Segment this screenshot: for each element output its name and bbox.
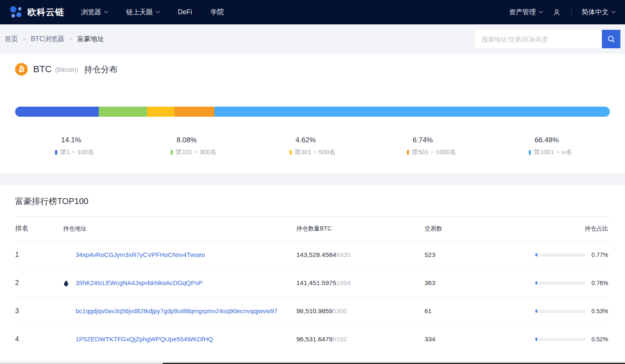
navbar-divider [571,8,572,16]
holdings-distribution-card: ₿ BTC (Bitcoin) 持仓分布 14.1% 第1 ~ 100名 8.0… [0,54,625,173]
share-progress-bar [535,281,585,285]
logo-text: 欧科云链 [27,6,64,18]
legend-item: 8.08% 第101 ~ 300名 [134,136,253,156]
col-header-share: 持仓占比 [535,217,608,240]
share-cell: 0.53% [535,299,608,323]
distribution-stacked-bar [15,107,610,117]
breadcrumb-home[interactable]: 首页 [5,35,18,44]
address-cell: 35hK24tcLEWcgNA4JxpvbkNkoAcDGqQPsP [63,269,296,297]
rank-cell: 1 [15,243,63,267]
breadcrumb-separator: > [23,36,26,42]
main-nav: 浏览器 链上天眼 DeFi 学院 [81,8,224,17]
share-progress-bar [535,309,585,313]
search-button[interactable] [602,30,620,48]
nav-item-label: 资产管理 [509,8,536,17]
amount-tail: 8435 [336,251,351,258]
share-progress-bar [535,253,585,257]
share-progress-bar [535,338,585,341]
col-header-amount: 持仓数量BTC [296,217,425,240]
nav-item-label: 简体中文 [582,8,609,17]
breadcrumb-btc-explorer[interactable]: BTC浏览器 [31,35,64,44]
legend-label: 第501 ~ 1000名 [412,148,456,156]
oklink-logo[interactable]: 欧科云链 [10,6,64,18]
address-cell: bc1qgdjqv0av3q56jvd82tkdjpy7gdp9ut8tlqmg… [63,297,296,325]
col-header-rank: 排名 [15,217,63,241]
tx-count-cell: 363 [425,271,535,295]
amount-cell: 98,510.98595300 [296,299,425,323]
nav-item-chaintelligence[interactable]: 链上天眼 [126,8,159,17]
table-row: 1 34xp4vRoCGJym3xR7yCVPFHoCNxv4Twseo 143… [15,241,610,269]
chevron-down-icon [612,9,616,13]
amount-main: 96,531.6479 [296,335,332,343]
nav-item-language[interactable]: 简体中文 [582,8,615,17]
legend-label: 第301 ~ 500名 [295,148,335,156]
user-account-icon[interactable] [552,8,561,17]
legend-marker-icon [529,150,531,155]
amount-cell: 141,451.59751054 [296,271,425,295]
address-link[interactable]: 1P5ZEDWTKTFGxQjZphgWPQUpe554WKDfHQ [76,334,213,345]
share-progress-fill [535,309,537,313]
coin-symbol: BTC [33,64,52,75]
share-progress-fill [535,281,537,285]
search-icon [607,35,615,43]
rank-cell: 2 [15,271,63,295]
exchange-flame-icon [63,280,76,287]
amount-main: 141,451.5975 [296,279,336,286]
nav-item-academy[interactable]: 学院 [211,8,224,17]
navbar-right: 资产管理 简体中文 [509,8,615,17]
rank-cell: 4 [15,327,63,351]
legend-label: 第1001 ~ ∞名 [534,148,572,156]
legend-percent: 14.1% [55,136,94,144]
nav-item-label: 链上天眼 [126,8,153,17]
nav-item-defi[interactable]: DeFi [178,8,192,17]
share-cell: 0.76% [535,271,608,295]
share-progress-fill [535,338,537,341]
table-header-row: 排名 持仓地址 持仓数量BTC 交易数 持仓占比 [15,216,610,241]
btc-coin-icon: ₿ [15,63,28,76]
amount-cell: 143,528.45848435 [296,243,425,267]
oklink-logo-icon [10,6,23,18]
legend-percent: 4.62% [290,136,335,144]
legend-item: 6.74% 第501 ~ 1000名 [372,136,491,156]
amount-tail: 5152 [332,335,347,343]
table-row: 4 1P5ZEDWTKTFGxQjZphgWPQUpe554WKDfHQ 96,… [15,325,610,353]
amount-main: 98,510.9859 [296,307,332,314]
tx-count-cell: 523 [425,243,535,267]
legend-percent: 8.08% [171,136,216,144]
rich-list-card: 富豪排行榜TOP100 排名 持仓地址 持仓数量BTC 交易数 持仓占比 1 3… [0,185,625,361]
amount-tail: 5300 [332,307,347,314]
nav-item-asset-management[interactable]: 资产管理 [509,8,542,17]
share-percent: 0.53% [590,308,608,314]
breadcrumb: 首页 > BTC浏览器 > 富豪地址 [5,35,104,44]
share-cell: 0.77% [535,243,608,267]
address-link[interactable]: 35hK24tcLEWcgNA4JxpvbkNkoAcDGqQPsP [76,278,203,288]
coin-fullname: (Bitcoin) [55,66,78,73]
chevron-down-icon [539,9,543,13]
breadcrumb-current: 富豪地址 [77,35,104,44]
subheader: 首页 > BTC浏览器 > 富豪地址 [0,24,625,54]
tx-count-cell: 61 [425,299,535,323]
distribution-title: 持仓分布 [84,64,118,75]
share-progress-fill [535,253,537,257]
legend-marker-icon [407,150,409,155]
rank-cell: 3 [15,299,63,323]
nav-item-explorer[interactable]: 浏览器 [81,8,108,17]
legend-label: 第1 ~ 100名 [60,148,94,156]
search-input[interactable] [475,30,602,48]
legend-item: 4.62% 第301 ~ 500名 [253,136,372,156]
bar-segment-101-300 [99,107,147,117]
table-row: 3 bc1qgdjqv0av3q56jvd82tkdjpy7gdp9ut8tlq… [15,297,610,325]
nav-item-label: 浏览器 [81,8,101,17]
address-cell: 1P5ZEDWTKTFGxQjZphgWPQUpe554WKDfHQ [63,325,296,353]
address-link[interactable]: bc1qgdjqv0av3q56jvd82tkdjpy7gdp9ut8tlqmg… [76,306,277,317]
legend-percent: 6.74% [407,136,456,144]
share-cell: 0.52% [535,327,608,351]
bar-segment-1001-inf [214,107,610,117]
search-box [475,30,620,48]
chevron-down-icon [104,9,108,13]
share-percent: 0.77% [590,251,608,258]
table-row: 2 35hK24tcLEWcgNA4JxpvbkNkoAcDGqQPsP 141… [15,269,610,297]
amount-tail: 1054 [336,279,351,286]
legend-label: 第101 ~ 300名 [176,148,216,156]
address-link[interactable]: 34xp4vRoCGJym3xR7yCVPFHoCNxv4Twseo [76,249,205,260]
